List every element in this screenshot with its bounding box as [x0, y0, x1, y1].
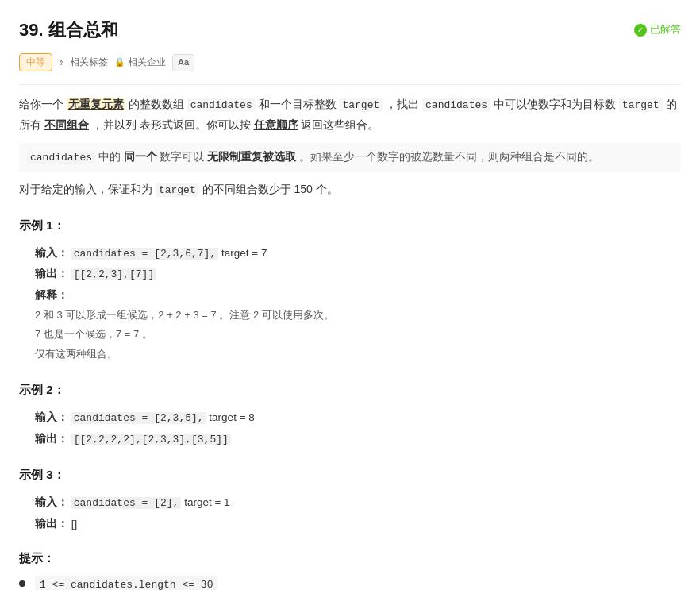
- code-candidates: candidates: [187, 98, 256, 112]
- page-container: 39. 组合总和 ✓ 已解答 中等 🏷 相关标签 🔒 相关企业 Aa 给你一个 …: [0, 0, 700, 590]
- example3-block: 输入： candidates = [2], target = 1 输出： []: [35, 492, 681, 534]
- related-company-label: 相关企业: [128, 55, 166, 70]
- related-tags-button[interactable]: 🏷 相关标签: [59, 55, 108, 70]
- description-block: 给你一个 无重复元素 的整数数组 candidates 和一个目标整数 targ…: [19, 94, 681, 135]
- example1-explain-line2: 7 也是一个候选，7 = 7 。: [35, 325, 681, 345]
- difficulty-tag[interactable]: 中等: [19, 53, 52, 71]
- example1-input-value: candidates = [2,3,6,7],: [71, 248, 218, 260]
- code-target-3: target: [156, 183, 199, 197]
- example3-input-candidates: candidates = [2],: [71, 497, 182, 509]
- lock-icon: 🔒: [114, 56, 125, 70]
- example1-explain: 解释：: [35, 285, 681, 306]
- unlimited-text: 无限制重复被选取: [207, 151, 296, 163]
- highlight-2: 不同组合: [44, 118, 89, 131]
- solved-label: 已解答: [650, 21, 681, 38]
- same-num-text: 同一个: [124, 151, 157, 163]
- description-line1: 给你一个 无重复元素 的整数数组 candidates 和一个目标整数 targ…: [19, 94, 681, 135]
- example1-output-label: 输出：: [35, 268, 68, 280]
- example1-explain-line1: 2 和 3 可以形成一组候选，2 + 2 + 3 = 7 。注意 2 可以使用多…: [35, 306, 681, 326]
- highlight-3: 任意顺序: [254, 118, 298, 131]
- aa-tag[interactable]: Aa: [172, 54, 194, 71]
- example2-output: 输出： [[2,2,2,2],[2,3,3],[3,5]]: [35, 429, 681, 450]
- example1-output-value: [[2,2,3],[7]]: [71, 268, 156, 280]
- example3-title-text: 示例 3：: [19, 468, 65, 481]
- example1-explain-line3: 仅有这两种组合。: [35, 345, 681, 364]
- example3-title: 示例 3：: [19, 465, 681, 484]
- example1-title: 示例 1：: [19, 216, 681, 235]
- example1-input: 输入： candidates = [2,3,6,7], target = 7: [35, 243, 681, 264]
- example3-input-label: 输入：: [35, 496, 68, 508]
- hints-title: 提示：: [19, 549, 681, 568]
- example2-input-label: 输入：: [35, 411, 68, 423]
- related-tags-label: 相关标签: [70, 55, 108, 70]
- example2-title: 示例 2：: [19, 380, 681, 399]
- example1-output: 输出： [[2,2,3],[7]]: [35, 264, 681, 285]
- page-title: 39. 组合总和: [19, 16, 118, 44]
- example2-block: 输入： candidates = [2,3,5], target = 8 输出：…: [35, 407, 681, 449]
- related-company-button[interactable]: 🔒 相关企业: [114, 55, 166, 70]
- highlight-1: 无重复元素: [67, 98, 125, 110]
- example2-input-target: target = 8: [209, 411, 254, 423]
- example2-title-text: 示例 2：: [19, 383, 65, 396]
- code-candidates-note: candidates: [27, 151, 95, 164]
- example1-input-label: 输入：: [35, 247, 68, 259]
- tag-icon: 🏷: [59, 56, 67, 70]
- hints-section: 提示： 1 <= candidates.length <= 30 2 <= ca…: [19, 549, 681, 590]
- example1-input-target: target = 7: [221, 247, 267, 259]
- code-target: target: [339, 98, 383, 112]
- example3-output: 输出： []: [35, 514, 681, 534]
- example3-output-label: 输出：: [35, 518, 68, 530]
- solved-badge: ✓ 已解答: [634, 21, 681, 38]
- example2-output-label: 输出：: [35, 433, 68, 445]
- example2-input-candidates: candidates = [2,3,5],: [71, 412, 206, 424]
- example1-explain-label: 解释：: [35, 289, 68, 301]
- hint-item-1: 1 <= candidates.length <= 30: [19, 576, 681, 590]
- hint-code-1: 1 <= candidates.length <= 30: [35, 576, 217, 590]
- hint-bullet-1: [19, 580, 25, 587]
- check-icon: ✓: [634, 24, 647, 37]
- divider: [19, 84, 681, 85]
- example3-input: 输入： candidates = [2], target = 1: [35, 492, 681, 514]
- code-target-2: target: [619, 98, 663, 112]
- example2-output-value: [[2,2,2,2],[2,3,3],[3,5]]: [71, 434, 231, 445]
- example2-input: 输入： candidates = [2,3,5], target = 8: [35, 407, 681, 429]
- code-candidates-2: candidates: [422, 98, 490, 112]
- description-line3: 对于给定的输入，保证和为 target 的不同组合数少于 150 个。: [19, 179, 681, 199]
- tags-row: 中等 🏷 相关标签 🔒 相关企业 Aa: [19, 53, 681, 71]
- example1-title-text: 示例 1：: [19, 218, 65, 232]
- example1-block: 输入： candidates = [2,3,6,7], target = 7 输…: [35, 243, 681, 364]
- header-row: 39. 组合总和 ✓ 已解答: [19, 16, 681, 44]
- example3-input-target: target = 1: [184, 496, 229, 508]
- note-block: candidates 中的 同一个 数字可以 无限制重复被选取 。如果至少一个数…: [19, 143, 681, 172]
- example3-output-value: []: [71, 518, 78, 530]
